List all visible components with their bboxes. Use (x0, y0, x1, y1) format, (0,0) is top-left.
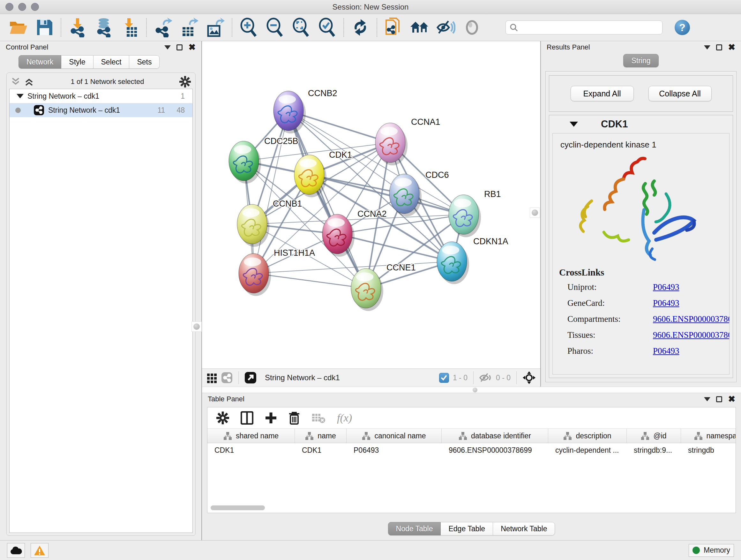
column-header-name[interactable]: name (295, 429, 347, 443)
column-header-description[interactable]: description (548, 429, 627, 443)
delete-column-icon[interactable] (288, 411, 300, 425)
open-session-icon[interactable] (5, 17, 31, 38)
search-input[interactable] (521, 23, 658, 32)
birdseye-navigator-icon[interactable] (522, 371, 536, 384)
node-label-CDKN1A: CDKN1A (473, 237, 509, 246)
export-network-icon[interactable] (150, 17, 176, 38)
column-header-canonical-name[interactable]: canonical name (347, 429, 442, 443)
edge-count: 48 (177, 106, 185, 115)
open-in-window-icon[interactable] (245, 372, 257, 384)
column-header-database-identifier[interactable]: database identifier (442, 429, 548, 443)
tab-string[interactable]: String (623, 54, 658, 67)
select-columns-icon[interactable] (241, 411, 253, 425)
network-thumbnail-icon[interactable] (221, 372, 232, 383)
panel-close-icon[interactable]: ✖ (188, 43, 196, 52)
help-icon[interactable]: ? (675, 20, 690, 35)
collapse-all-button[interactable]: Collapse All (649, 86, 712, 101)
network-collection-row[interactable]: String Network – cdk1 1 (10, 89, 192, 103)
network-node-CCNA1[interactable]: CCNA1 (375, 117, 441, 165)
collapse-all-icon[interactable] (11, 77, 22, 86)
network-node-RB1[interactable]: RB1 (449, 189, 501, 237)
crosslink-link[interactable]: P06493 (653, 298, 679, 308)
expand-all-button[interactable]: Expand All (570, 86, 634, 101)
minimize-window-button[interactable] (18, 3, 26, 11)
share-document-icon[interactable] (381, 17, 407, 38)
function-builder-icon: f(x) (337, 412, 352, 424)
node-details-header[interactable]: CDK1 (549, 115, 733, 133)
memory-button[interactable]: Memory (689, 544, 734, 557)
tab-select[interactable]: Select (93, 55, 130, 69)
column-header--id[interactable]: @id (627, 429, 681, 443)
collapse-entry-icon[interactable] (569, 122, 578, 127)
column-header-namespace[interactable]: namespace (681, 429, 736, 443)
selected-checkbox-icon[interactable] (439, 373, 449, 383)
tab-sets[interactable]: Sets (129, 55, 159, 69)
control-panel-tabs: NetworkStyleSelectSets (0, 53, 201, 69)
network-canvas[interactable]: CCNB2CCNA1CDC25BCDK1CDC6RB1CCNB1CCNA2CDK… (202, 41, 540, 368)
crosslink-link[interactable]: 9606.ENSP00000378699 (653, 314, 730, 324)
highlight-icon[interactable] (459, 17, 485, 38)
import-table-file-icon[interactable] (117, 17, 143, 38)
network-node-CDKN1A[interactable]: CDKN1A (437, 237, 509, 284)
tab-style[interactable]: Style (61, 55, 93, 69)
splitter-handle-icon[interactable] (473, 388, 477, 392)
crosslink-link[interactable]: 9606.ENSP00000378699 (653, 330, 730, 340)
panel-menu-icon[interactable] (164, 45, 171, 50)
right-splitter-handle[interactable] (530, 207, 540, 218)
network-node-CCNA2[interactable]: CCNA2 (322, 209, 387, 257)
save-session-icon[interactable] (31, 17, 57, 38)
add-column-icon[interactable] (265, 412, 277, 424)
network-node-CDC6[interactable]: CDC6 (389, 170, 449, 216)
left-splitter-handle[interactable] (192, 321, 202, 332)
zoom-fit-icon[interactable] (288, 17, 314, 38)
table-row[interactable]: CDK1CDK1P064939606.ENSP00000378699cyclin… (207, 443, 736, 457)
maximize-window-button[interactable] (31, 3, 39, 11)
panel-menu-icon[interactable] (704, 45, 711, 50)
panel-float-icon[interactable] (716, 396, 722, 402)
hide-network-icon[interactable] (433, 17, 459, 38)
zoom-in-icon[interactable] (235, 17, 262, 38)
tab-network[interactable]: Network (18, 55, 61, 69)
panel-menu-icon[interactable] (704, 397, 711, 401)
panel-float-icon[interactable] (177, 44, 183, 51)
network-node-CCNB1[interactable]: CCNB1 (237, 199, 302, 247)
crosslink-link[interactable]: P06493 (653, 346, 679, 356)
export-image-icon[interactable] (202, 17, 228, 38)
horizontal-splitter[interactable] (202, 387, 741, 393)
tab-edge-table[interactable]: Edge Table (441, 522, 493, 536)
search-box[interactable] (506, 20, 663, 35)
search-icon (510, 23, 518, 32)
network-home-icon[interactable] (407, 17, 433, 38)
import-network-database-icon[interactable] (91, 17, 117, 38)
collection-count: 1 (181, 92, 185, 101)
close-window-button[interactable] (5, 3, 13, 11)
titlebar: Session: New Session (0, 0, 741, 14)
collection-expand-icon[interactable] (17, 94, 23, 98)
zoom-out-icon[interactable] (262, 17, 288, 38)
table-horizontal-scrollbar[interactable] (211, 505, 265, 510)
network-status-dot (15, 108, 21, 113)
zoom-selected-icon[interactable] (314, 17, 340, 38)
panel-float-icon[interactable] (716, 44, 722, 51)
warnings-button[interactable] (30, 543, 49, 558)
import-network-file-icon[interactable] (64, 17, 91, 38)
panel-close-icon[interactable]: ✖ (728, 43, 735, 52)
grid-view-icon[interactable] (206, 372, 217, 383)
network-row[interactable]: String Network – cdk1 11 48 (10, 103, 192, 117)
expand-all-icon[interactable] (24, 77, 36, 86)
table-toolbar: f(x) (207, 408, 736, 428)
crosslink-link[interactable]: P06493 (653, 282, 679, 292)
tab-node-table[interactable]: Node Table (388, 522, 441, 536)
window-controls[interactable] (5, 3, 39, 11)
export-table-icon[interactable] (176, 17, 202, 38)
tab-network-table[interactable]: Network Table (493, 522, 555, 536)
cloud-status-button[interactable] (7, 543, 25, 558)
network-node-CCNE1[interactable]: CCNE1 (351, 263, 416, 311)
node-label-HIST1H1A: HIST1H1A (274, 248, 315, 258)
refresh-icon[interactable] (347, 17, 374, 38)
column-header-shared-name[interactable]: shared name (207, 429, 295, 443)
table-gear-icon[interactable] (216, 412, 229, 424)
panel-close-icon[interactable]: ✖ (728, 395, 735, 403)
gear-icon[interactable] (179, 76, 191, 87)
results-panel: Results Panel ✖ String Expand All Collap… (540, 41, 741, 387)
